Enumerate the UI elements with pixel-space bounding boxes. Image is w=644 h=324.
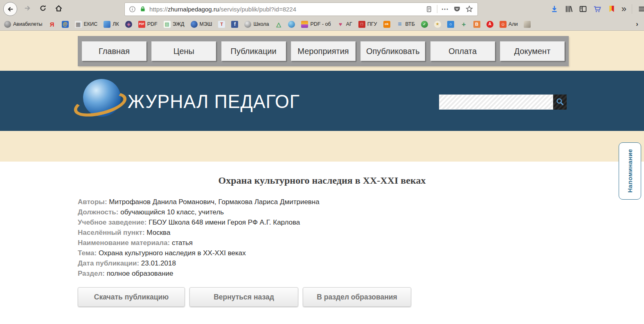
download-button[interactable] bbox=[550, 4, 559, 14]
nav-dokument[interactable]: Документ bbox=[500, 41, 565, 61]
back-button[interactable] bbox=[3, 2, 17, 16]
reminder-tab[interactable]: Напоминание bbox=[619, 142, 641, 200]
education-section-button[interactable]: В раздел образования bbox=[303, 287, 411, 307]
sber-icon: ✓ bbox=[421, 21, 428, 28]
reader-mode-button[interactable] bbox=[425, 5, 433, 13]
v-orange-icon: В bbox=[473, 21, 480, 28]
lock-icon bbox=[139, 6, 146, 13]
page-actions-button[interactable]: ••• bbox=[441, 7, 449, 11]
nav-oplata[interactable]: Оплата bbox=[430, 41, 495, 61]
meta-label: Наименование материала: bbox=[78, 239, 172, 247]
pdf-icon: PDF bbox=[138, 21, 145, 28]
url-text: https://zhurnalpedagog.ru/servisy/publik… bbox=[149, 6, 421, 13]
download-publication-button[interactable]: Скачать публикацию bbox=[78, 287, 185, 307]
meta-value: Митрофанов Данила Романович, Гормакова Л… bbox=[109, 198, 319, 206]
search-button[interactable] bbox=[553, 94, 567, 110]
bookmark-sber[interactable]: ✓ bbox=[421, 21, 428, 28]
nav-tseny[interactable]: Цены bbox=[151, 41, 216, 61]
site-header: ЖУРНАЛ ПЕДАГОГ bbox=[0, 71, 644, 131]
nav-opublikovat[interactable]: Опубликовать bbox=[360, 41, 425, 61]
url-bar-separator bbox=[437, 5, 437, 13]
nav-publikatsii[interactable]: Публикации bbox=[221, 41, 286, 61]
browser-toolbar: https://zhurnalpedagog.ru/servisy/publik… bbox=[0, 0, 644, 18]
forward-button[interactable] bbox=[23, 4, 32, 14]
bookmark-ornament[interactable]: ◈ bbox=[125, 21, 132, 28]
bookmark-label: Школа bbox=[253, 21, 269, 27]
emblem-icon: ★ bbox=[434, 21, 441, 28]
nav-glavnaya[interactable]: Главная bbox=[82, 41, 146, 61]
refresh-button[interactable] bbox=[38, 4, 47, 14]
meta-row: Населённый пункт: Москва bbox=[78, 227, 320, 238]
meta-row: Наименование материала: статья bbox=[78, 238, 320, 248]
bookmark-label: Авиабилеты bbox=[13, 21, 43, 27]
toolbar-separator bbox=[632, 4, 632, 14]
bookmark-mesh[interactable]: МЭШ bbox=[191, 21, 212, 28]
bookmark-mailru[interactable]: @ bbox=[62, 21, 69, 28]
bookmark-star-button[interactable] bbox=[465, 5, 473, 13]
go-back-button[interactable]: Вернуться назад bbox=[189, 287, 298, 307]
vtb-icon: ≡ bbox=[396, 21, 403, 28]
bookmark-aviabilety[interactable]: Авиабилеты bbox=[4, 21, 43, 28]
home-button[interactable] bbox=[54, 4, 63, 14]
bookmark-shkola[interactable]: Школа bbox=[244, 21, 269, 28]
bookmarks-more-icon[interactable]: › bbox=[636, 20, 640, 28]
bookmark-label: ЭЖД bbox=[173, 21, 185, 27]
bookmark-green-cross[interactable]: + bbox=[460, 21, 467, 28]
bookmark-yandex[interactable]: Я bbox=[49, 21, 56, 28]
url-bar[interactable]: https://zhurnalpedagog.ru/servisy/publik… bbox=[124, 2, 478, 16]
shkola-icon bbox=[244, 21, 251, 28]
toolbar-right-icons: » bbox=[550, 0, 644, 18]
bookmark-photo[interactable] bbox=[524, 21, 531, 28]
meta-label: Населённый пункт: bbox=[78, 229, 146, 236]
meta-label: Тема: bbox=[78, 249, 99, 257]
bookmark-ali[interactable]: ☺Али bbox=[500, 21, 518, 28]
bookmark-ok[interactable]: ok bbox=[383, 21, 390, 28]
page-info-icon[interactable] bbox=[129, 6, 136, 13]
home-icon bbox=[55, 4, 63, 14]
meta-row: Тема: Охрана культурного наследия в XX-X… bbox=[78, 248, 320, 258]
alfa-icon: А bbox=[486, 21, 493, 28]
overflow-icon[interactable]: » bbox=[621, 4, 626, 14]
logo-icon[interactable] bbox=[79, 77, 124, 123]
meta-label: Авторы: bbox=[78, 198, 109, 206]
sidebar-button[interactable] bbox=[579, 4, 588, 14]
cart-icon[interactable] bbox=[593, 4, 602, 14]
bookmark-alfa[interactable]: А bbox=[486, 21, 493, 28]
back-icon bbox=[6, 4, 15, 14]
beige-band-middle bbox=[0, 131, 644, 162]
bookmark-otkritie[interactable]: ○ bbox=[447, 21, 454, 28]
url-path: /servisy/publik/publ?id=8224 bbox=[219, 6, 296, 13]
meta-row: Должность: обучающийся 10 класс, учитель bbox=[78, 207, 320, 217]
ali-icon: ☺ bbox=[500, 21, 507, 28]
search-input[interactable] bbox=[439, 94, 553, 110]
menu-icon[interactable] bbox=[637, 4, 644, 14]
reminder-tab-label: Напоминание bbox=[626, 149, 633, 193]
bookmark-drop[interactable] bbox=[288, 21, 295, 28]
nav-meropriyatiya[interactable]: Мероприятия bbox=[291, 41, 356, 61]
bookmark-ag[interactable]: ♥АГ bbox=[337, 21, 352, 28]
ribbon-icon[interactable] bbox=[607, 4, 616, 14]
bookmark-ezhd[interactable]: ▤ЭЖД bbox=[164, 21, 185, 28]
meta-label: Дата публикации: bbox=[78, 259, 141, 267]
site-search bbox=[439, 94, 567, 110]
bookmark-label: ВТБ bbox=[405, 21, 415, 27]
bookmark-facebook[interactable]: f bbox=[231, 21, 238, 28]
bookmark-lk[interactable]: ЛК bbox=[104, 21, 119, 28]
bookmark-pgu[interactable]: □ПГУ bbox=[358, 21, 377, 28]
bookmark-v-orange[interactable]: В bbox=[473, 21, 480, 28]
mailru-icon: @ bbox=[62, 21, 69, 28]
bookmark-pdf[interactable]: PDFPDF bbox=[138, 21, 158, 28]
ag-icon: ♥ bbox=[337, 21, 344, 28]
ekis-icon: ▦ bbox=[75, 21, 82, 28]
bookmark-vtb[interactable]: ≡ВТБ bbox=[396, 21, 415, 28]
bookmark-triangle[interactable]: △ bbox=[275, 21, 282, 28]
library-icon[interactable] bbox=[564, 4, 573, 14]
bookmark-emblem[interactable]: ★ bbox=[434, 21, 441, 28]
bookmark-ekis[interactable]: ▦ЕКИС bbox=[75, 21, 98, 28]
pocket-button[interactable] bbox=[453, 5, 461, 13]
aviabilety-icon bbox=[4, 21, 11, 28]
meta-value: 23.01.2018 bbox=[141, 259, 176, 267]
green-cross-icon: + bbox=[460, 21, 467, 28]
bookmark-pdf-ob[interactable]: PDF - об bbox=[301, 21, 331, 28]
bookmark-ramp[interactable]: T bbox=[218, 21, 225, 28]
